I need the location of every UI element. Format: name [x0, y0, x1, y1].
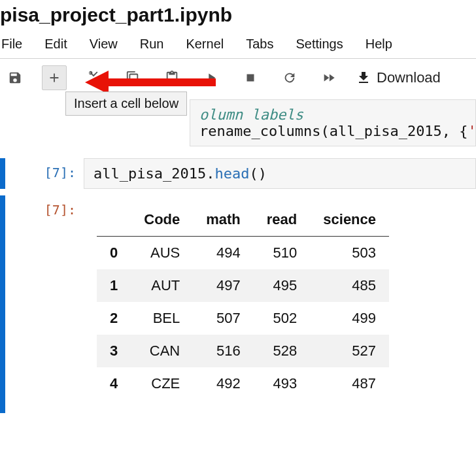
stop-button[interactable] [238, 65, 263, 90]
menu-tabs[interactable]: Tabs [246, 37, 273, 52]
cell-math: 507 [193, 302, 254, 335]
table-row: 4CZE492493487 [97, 367, 389, 400]
cut-button[interactable] [81, 65, 106, 90]
table-row: 2BEL507502499 [97, 302, 389, 335]
fast-forward-icon [322, 71, 336, 85]
code-content[interactable]: all_pisa_2015.head() [84, 158, 476, 189]
row-index: 4 [97, 367, 131, 400]
notebook-area: olumn labels rename_columns(all_pisa_201… [0, 101, 476, 413]
toolbar: Download Insert a cell below [0, 59, 476, 98]
row-index: 3 [97, 335, 131, 367]
cell-science: 487 [310, 367, 389, 400]
copy-icon [126, 71, 140, 85]
col-code: Code [131, 203, 193, 237]
play-icon [204, 71, 218, 85]
code-line: rename_columns(all_pisa_2015, {'test [199, 123, 476, 139]
code-comment: olumn labels [199, 107, 303, 123]
tooltip-insert-cell: Insert a cell below [65, 92, 187, 116]
cell-science: 499 [310, 302, 389, 335]
copy-button[interactable] [120, 65, 145, 90]
cell-math: 494 [193, 237, 254, 270]
output-area: Code math read science 0AUS4945105031AUT… [84, 195, 476, 413]
cell-math: 497 [193, 269, 254, 302]
cell-math: 516 [193, 335, 254, 367]
col-read: read [254, 203, 310, 237]
restart-button[interactable] [277, 65, 302, 90]
run-button[interactable] [199, 65, 224, 90]
row-index: 1 [97, 269, 131, 302]
cell-math: 492 [193, 367, 254, 400]
cell-code: BEL [131, 302, 193, 335]
code-cell-output: [7]: Code math read science 0AUS49451050… [0, 195, 476, 413]
download-button[interactable]: Download [356, 69, 441, 86]
table-row: 1AUT497495485 [97, 269, 389, 302]
cell-read: 510 [254, 237, 310, 270]
insert-cell-button[interactable] [42, 65, 67, 90]
plus-icon [47, 71, 61, 85]
menu-run[interactable]: Run [140, 37, 164, 52]
row-index: 0 [97, 237, 131, 270]
cell-read: 493 [254, 367, 310, 400]
stop-icon [243, 71, 258, 85]
col-math: math [193, 203, 254, 237]
cell-read: 495 [254, 269, 310, 302]
col-index [97, 203, 131, 237]
cell-code: CAN [131, 335, 193, 367]
notebook-title: pisa_project_part1.ipynb [0, 0, 476, 33]
cell-science: 503 [310, 237, 389, 270]
menu-file[interactable]: File [1, 37, 22, 52]
cell-science: 485 [310, 269, 389, 302]
row-index: 2 [97, 302, 131, 335]
menu-view[interactable]: View [90, 37, 118, 52]
menu-kernel[interactable]: Kernel [186, 37, 224, 52]
cell-read: 528 [254, 335, 310, 367]
table-header-row: Code math read science [97, 203, 389, 237]
cell-code: CZE [131, 367, 193, 400]
code-cell-input: [7]: all_pisa_2015.head() [0, 158, 476, 189]
menu-edit[interactable]: Edit [44, 37, 67, 52]
download-label: Download [377, 69, 441, 86]
dataframe-table: Code math read science 0AUS4945105031AUT… [97, 203, 389, 400]
col-science: science [310, 203, 389, 237]
clipboard-icon [165, 71, 179, 85]
save-icon [8, 71, 22, 85]
menu-help[interactable]: Help [366, 37, 392, 52]
save-button[interactable] [3, 65, 27, 90]
code-content[interactable]: olumn labels rename_columns(all_pisa_201… [190, 99, 476, 146]
paste-button[interactable] [160, 65, 184, 90]
download-icon [356, 70, 371, 86]
cell-read: 502 [254, 302, 310, 335]
scissors-icon [86, 71, 101, 85]
refresh-icon [282, 71, 297, 85]
cell-code: AUT [131, 269, 193, 302]
restart-run-all-button[interactable] [316, 65, 341, 90]
input-prompt: [7]: [5, 158, 84, 189]
menu-bar: File Edit View Run Kernel Tabs Settings … [0, 33, 476, 59]
table-row: 3CAN516528527 [97, 335, 389, 367]
menu-settings[interactable]: Settings [296, 37, 343, 52]
table-row: 0AUS494510503 [97, 237, 389, 270]
cell-science: 527 [310, 335, 389, 367]
output-prompt: [7]: [5, 195, 84, 413]
cell-code: AUS [131, 237, 193, 270]
